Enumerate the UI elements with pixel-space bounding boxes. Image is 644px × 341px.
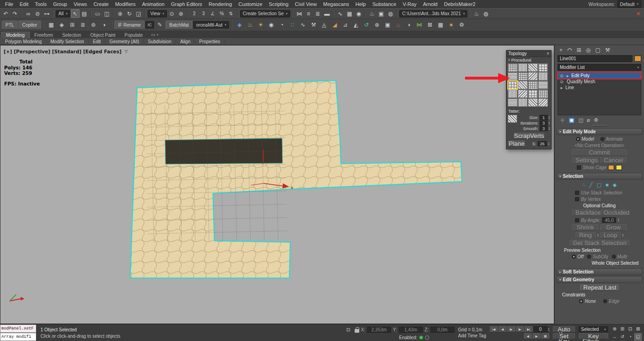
set-key-button[interactable]: Set Key [553, 333, 575, 339]
orbit-icon[interactable]: ↺ [619, 333, 626, 341]
polygon-subobject-icon[interactable]: ■ [605, 182, 609, 188]
ribbon-minimize-control[interactable]: ▭▾ [151, 32, 158, 38]
smooth-spinner[interactable]: ▴▾ [549, 127, 550, 131]
orbit-tool-icon[interactable]: ↺ [362, 20, 371, 30]
mirror-plugin-icon[interactable]: ⋈ [414, 20, 424, 30]
iterations-field[interactable]: 3 [540, 120, 548, 125]
play-button[interactable]: ▶ [507, 326, 515, 332]
enabled-secondary-toggle-icon[interactable] [425, 335, 429, 340]
show-cage-checkbox[interactable]: Show Cage [577, 165, 607, 170]
topology-pattern-thumb[interactable] [508, 90, 518, 98]
field-of-view-icon[interactable]: ◔ [627, 333, 634, 341]
ribbon-toggle-icon[interactable]: ▬ [322, 9, 331, 18]
ring-button[interactable]: Ring [575, 232, 596, 239]
half-sphere-icon[interactable]: ◑ [99, 20, 109, 30]
menu-animation[interactable]: Animation [139, 1, 168, 7]
go-to-start-button[interactable]: |◀ [490, 326, 498, 332]
settings-button[interactable]: Settings [572, 157, 598, 164]
go-to-end-button[interactable]: ▶| [525, 326, 533, 332]
schematic-view-icon[interactable]: ▦ [345, 9, 354, 18]
menu-help[interactable]: Help [352, 1, 369, 7]
rollout-edit-poly-mode[interactable]: ▾ Edit Poly Mode [557, 128, 642, 135]
modifier-list-dropdown[interactable]: Modifier List ▾ [558, 64, 641, 71]
constraint-none-radio[interactable]: None [579, 299, 596, 304]
expand-arrow-icon[interactable]: ▸ [559, 85, 564, 90]
topology-panel[interactable]: Topology × ▾ Procedural [506, 50, 552, 149]
menu-views[interactable]: Views [70, 1, 90, 7]
preview-off-radio[interactable]: Off [572, 254, 583, 259]
iterations-spinner[interactable]: ▴▾ [549, 121, 550, 125]
panel-polygon-modeling[interactable]: Polygon Modeling [1, 39, 46, 44]
menu-create[interactable]: Create [90, 1, 112, 7]
tab-selection[interactable]: Selection [58, 32, 86, 38]
pin-stack-icon[interactable]: ⊹ [560, 117, 564, 123]
snap-toggle-2d-icon[interactable]: 2 [190, 9, 199, 18]
panel-edit[interactable]: Edit [89, 39, 105, 44]
corona-render-icon[interactable]: ♨ [393, 20, 403, 30]
material-editor-icon[interactable]: ◉ [354, 9, 363, 18]
topology-pattern-thumb[interactable] [528, 72, 538, 80]
previous-frame-button[interactable]: ◀ [499, 326, 506, 332]
maxscript-mini-listener[interactable]: modPanel.setF Array modifi [0, 324, 37, 341]
menu-debrismaker2[interactable]: DebrisMaker2 [441, 1, 478, 7]
tab-create-icon[interactable]: + [559, 47, 563, 53]
loop-button[interactable]: Loop [600, 232, 621, 239]
topology-pattern-thumb[interactable] [508, 98, 518, 107]
by-angle-checkbox[interactable]: By Angle: [575, 218, 600, 223]
key-step-back-button[interactable]: ◀ [524, 333, 532, 339]
spinner-snap-icon[interactable]: ⇅ [227, 9, 236, 18]
topology-pattern-thumb[interactable] [538, 90, 548, 98]
border-subobject-icon[interactable]: ▢ [597, 182, 601, 188]
object-name-field[interactable]: Line001 [558, 55, 632, 62]
redo-icon[interactable]: ↷ [11, 9, 19, 18]
tab-utilities-icon[interactable]: ⚒ [605, 47, 610, 53]
wedge-tool-icon[interactable]: ◢ [330, 20, 339, 30]
preview-multi-radio[interactable]: Multi [612, 254, 627, 259]
reference-coordinate-dropdown[interactable]: View▾ [148, 10, 167, 17]
menu-tools[interactable]: Tools [32, 1, 50, 7]
triangle-mesh-icon[interactable]: ◬ [319, 20, 329, 30]
window-crossing-icon[interactable]: ◫ [103, 9, 111, 18]
zoom-extents-icon[interactable]: ⊡ [627, 325, 634, 333]
topology-pattern-thumb[interactable] [528, 90, 538, 98]
layer-stack-icon[interactable]: ≣ [78, 20, 88, 30]
layer-manager-icon[interactable]: ≣ [313, 9, 322, 18]
workspace-dropdown[interactable]: Default▾ [617, 0, 641, 8]
percent-snap-icon[interactable]: % [218, 9, 226, 18]
grid-helper-icon[interactable]: ▦ [436, 20, 445, 30]
tab-motion-icon[interactable]: ◎ [586, 47, 591, 53]
topology-pattern-thumb[interactable] [528, 63, 538, 72]
unlink-selection-icon[interactable]: ⊘ [33, 9, 42, 18]
topology-pattern-thumb[interactable] [538, 81, 548, 89]
select-object-icon[interactable]: ↖ [71, 9, 80, 18]
tatter-pattern-thumb[interactable] [508, 115, 517, 123]
rendered-frame-window-icon[interactable]: ▣ [377, 9, 385, 18]
render-setup-icon[interactable]: ♨ [368, 9, 376, 18]
tab-modeling[interactable]: Modeling [1, 32, 30, 38]
add-time-tag[interactable]: Add Time Tag [458, 333, 486, 338]
select-by-name-icon[interactable]: ▤ [80, 9, 89, 18]
selection-lock-icon[interactable] [355, 329, 359, 333]
region-select-icon[interactable]: ⊠ [425, 20, 435, 30]
frame-spinner[interactable]: ▴▾ [548, 328, 549, 331]
stack-item-quadify-mesh[interactable]: ⊙ Quadify Mesh [558, 79, 641, 85]
x-coordinate-field[interactable]: 2,353m [367, 327, 391, 333]
select-and-scale-icon[interactable]: ◲ [134, 9, 143, 18]
smooth-field[interactable]: 3 [540, 126, 548, 131]
panel-geometry-all[interactable]: Geometry (All) [105, 39, 144, 44]
animate-radio[interactable]: Animate [600, 136, 623, 142]
maximize-viewport-icon[interactable]: ◱ [634, 333, 642, 341]
auto-key-button[interactable]: Auto Key [553, 326, 575, 332]
tab-populate[interactable]: Populate [120, 32, 147, 38]
plane-button[interactable]: Plane [508, 141, 525, 147]
menu-rendering[interactable]: Rendering [206, 1, 236, 7]
selection-set-dropdown[interactable]: Selected▾ [579, 326, 608, 332]
menu-scripting[interactable]: Scripting [265, 1, 292, 7]
by-angle-field[interactable]: 45,0 [602, 217, 616, 223]
rollout-edit-geometry[interactable]: ▾ Edit Geometry [557, 276, 642, 283]
cage-color-swatch[interactable] [608, 165, 614, 170]
use-stack-selection-checkbox[interactable]: Use Stack Selection [575, 190, 622, 195]
ring-tool-icon[interactable]: ⊚ [89, 20, 98, 30]
topology-pattern-thumb[interactable] [518, 81, 528, 89]
menu-arnold[interactable]: Arnold [420, 1, 441, 7]
